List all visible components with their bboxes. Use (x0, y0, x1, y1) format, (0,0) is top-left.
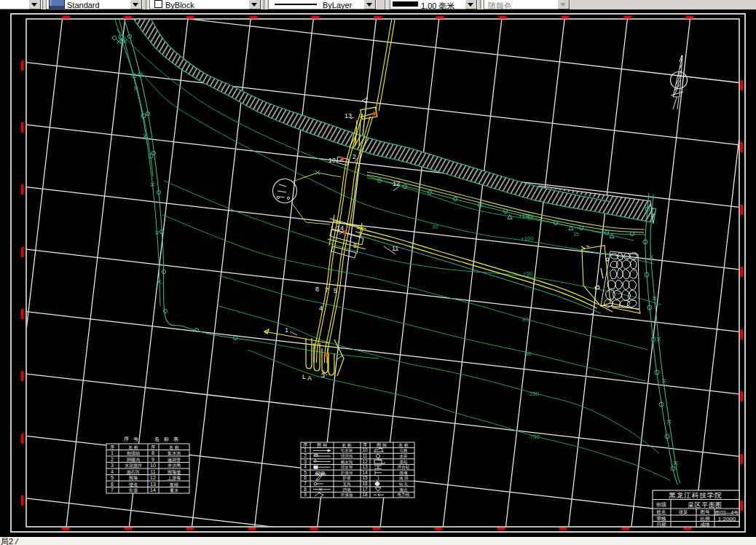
svg-text:泄洪闸: 泄洪闸 (168, 463, 181, 468)
svg-text:11: 11 (392, 245, 398, 252)
svg-text:蓄水: 蓄水 (170, 488, 178, 493)
svg-text:支沟: 支沟 (343, 482, 351, 487)
svg-text:L: L (302, 373, 306, 380)
svg-text:11: 11 (150, 469, 155, 474)
svg-text:14: 14 (336, 224, 344, 232)
svg-text:10: 10 (362, 447, 368, 452)
svg-text:4: 4 (319, 305, 323, 312)
svg-text:1:2000: 1:2000 (718, 516, 736, 522)
svg-text:图 例: 图 例 (377, 443, 387, 448)
svg-text:5: 5 (111, 475, 114, 480)
svg-text:采区平面图: 采区平面图 (688, 501, 722, 509)
svg-text:35: 35 (573, 232, 579, 237)
svg-text:13: 13 (150, 482, 156, 487)
svg-text:10: 10 (328, 157, 336, 164)
svg-text:日期: 日期 (657, 522, 666, 527)
svg-text:8: 8 (151, 450, 154, 455)
svg-text:护坡: 护坡 (342, 476, 352, 480)
svg-text:涵 洞: 涵 洞 (399, 476, 409, 481)
svg-text:8: 8 (353, 242, 357, 249)
svg-text:6: 6 (111, 482, 114, 487)
svg-text:图 例: 图 例 (317, 443, 327, 448)
svg-text:±0: ±0 (522, 316, 529, 323)
svg-text:排水管: 排水管 (341, 465, 353, 470)
svg-text:引水渠: 引水渠 (341, 448, 353, 453)
svg-text:便道: 便道 (129, 482, 138, 487)
svg-text:成绩: 成绩 (701, 522, 711, 527)
svg-text:18: 18 (362, 492, 368, 497)
svg-text:13: 13 (362, 464, 368, 469)
svg-text:3: 3 (304, 459, 307, 464)
svg-text:测点: 测点 (400, 487, 409, 493)
svg-text:拌合站: 拌合站 (398, 465, 410, 470)
svg-text:名 称 表: 名 称 表 (154, 436, 180, 442)
svg-text:15: 15 (362, 475, 368, 480)
svg-text:60: 60 (433, 224, 438, 230)
svg-text:2: 2 (111, 457, 114, 462)
svg-text:拦渣坝: 拦渣坝 (341, 471, 353, 476)
svg-text:图03—4号: 图03—4号 (715, 510, 739, 516)
svg-text:-50: -50 (523, 350, 532, 357)
svg-text:12: 12 (362, 459, 368, 464)
svg-text:11: 11 (363, 453, 368, 458)
svg-text:1: 1 (111, 450, 114, 455)
svg-text:黑龙江科技学院: 黑龙江科技学院 (669, 491, 722, 499)
svg-text:-750: -750 (528, 434, 540, 440)
svg-text:序: 序 (303, 442, 307, 447)
svg-text:2: 2 (353, 153, 356, 160)
svg-text:1: 1 (304, 447, 307, 452)
svg-text:-100: -100 (527, 391, 540, 397)
svg-text:抛石区: 抛石区 (126, 469, 140, 475)
svg-text:浆砌: 浆砌 (169, 482, 178, 487)
svg-text:9: 9 (304, 492, 307, 497)
svg-text:集水池: 集水池 (168, 451, 181, 456)
svg-text:5: 5 (304, 470, 307, 475)
svg-text:围堰: 围堰 (400, 471, 409, 476)
svg-text:公路: 公路 (400, 448, 409, 452)
svg-text:5: 5 (334, 287, 337, 294)
svg-text:2: 2 (304, 453, 307, 458)
svg-text:挡墙: 挡墙 (343, 487, 352, 493)
svg-text:6: 6 (304, 475, 307, 480)
svg-text:名 称: 名 称 (169, 445, 179, 450)
svg-text:名 称: 名 称 (128, 445, 138, 450)
svg-text:围堰便: 围堰便 (168, 469, 181, 475)
svg-text:4: 4 (111, 469, 114, 474)
svg-text:16: 16 (362, 481, 368, 486)
svg-text:鱼塘: 鱼塘 (129, 487, 138, 493)
svg-text:3: 3 (111, 463, 114, 468)
svg-text:截水沟: 截水沟 (341, 460, 353, 465)
svg-text:12: 12 (150, 475, 156, 480)
svg-text:14: 14 (362, 470, 368, 475)
svg-text:+100: +100 (521, 235, 535, 242)
svg-text:1: 1 (285, 326, 288, 334)
svg-text:名 称: 名 称 (398, 443, 409, 448)
svg-text:序: 序 (151, 444, 155, 450)
svg-text:10: 10 (150, 463, 156, 468)
svg-text:班级: 班级 (656, 502, 666, 507)
svg-text:14: 14 (150, 487, 156, 493)
svg-text:7: 7 (304, 481, 307, 486)
svg-text:名 称: 名 称 (342, 443, 352, 448)
svg-text:图号: 图号 (701, 509, 711, 514)
svg-text:8: 8 (304, 487, 307, 492)
svg-text:A: A (307, 375, 312, 382)
svg-text:3: 3 (321, 372, 325, 379)
svg-text:弃渣场: 弃渣场 (340, 493, 353, 498)
svg-text:+50: +50 (523, 270, 533, 277)
svg-text:排洪沟: 排洪沟 (341, 454, 353, 459)
svg-text:炮缆铀: 炮缆铀 (127, 451, 140, 456)
svg-text:张某: 张某 (679, 509, 689, 515)
svg-text:序: 序 (363, 442, 367, 447)
svg-text:序: 序 (110, 444, 114, 450)
svg-text:审核: 审核 (657, 516, 667, 521)
svg-text:7: 7 (325, 286, 328, 294)
svg-text:9: 9 (151, 457, 154, 462)
svg-text:涵洞管: 涵洞管 (167, 457, 181, 463)
svg-text:姓名: 姓名 (657, 509, 666, 515)
svg-text:电力线: 电力线 (398, 493, 410, 497)
svg-text:围堰: 围堰 (129, 475, 138, 481)
svg-text:4: 4 (304, 464, 307, 469)
svg-text:8: 8 (315, 286, 319, 293)
svg-text:上游堰: 上游堰 (167, 475, 181, 481)
